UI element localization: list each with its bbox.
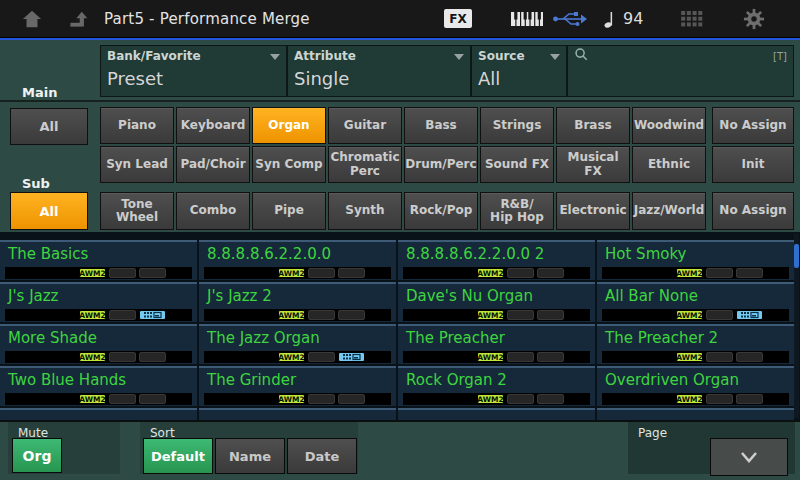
grid-menu-icon[interactable]	[676, 0, 708, 37]
empty-badge-slot	[736, 352, 763, 362]
category-brass[interactable]: Brass	[556, 107, 630, 144]
usb-icon	[550, 0, 590, 37]
category-jazz-world[interactable]: Jazz/World	[632, 192, 706, 230]
category-bass[interactable]: Bass	[404, 107, 478, 144]
awm2-badge: AWM2	[79, 268, 106, 278]
category-woodwind[interactable]: Woodwind	[632, 107, 706, 144]
list-item[interactable]: 8.8.8.8.6.2.2.0.0 2AWM2	[398, 240, 595, 280]
category-keyboard[interactable]: Keyboard	[176, 107, 250, 144]
list-item[interactable]: Two Blue HandsAWM2	[0, 366, 197, 406]
sss-badge	[139, 310, 166, 320]
category-pipe[interactable]: Pipe	[252, 192, 326, 230]
mute-org-button[interactable]: Org	[12, 438, 62, 473]
category-pad-choir[interactable]: Pad/Choir	[176, 146, 250, 183]
chevron-down-icon	[454, 54, 464, 60]
category-syn-comp[interactable]: Syn Comp	[252, 146, 326, 183]
empty-badge-slot	[109, 352, 136, 362]
empty-badge-slot	[507, 268, 534, 278]
category-no-assign[interactable]: No Assign	[712, 192, 794, 230]
badge-bar: AWM2	[602, 393, 789, 405]
up-level-icon[interactable]	[62, 0, 94, 37]
main-category-row-1: PianoKeyboardOrganGuitarBassStringsBrass…	[100, 107, 794, 144]
sub-category-row: Tone WheelComboPipeSynthRock/PopR&B/ Hip…	[100, 192, 794, 230]
list-item[interactable]: Hot SmokyAWM2	[597, 240, 794, 280]
list-item[interactable]: The GrinderAWM2	[199, 366, 396, 406]
main-category-label: Main	[22, 85, 57, 100]
category-organ[interactable]: Organ	[252, 107, 326, 144]
category-no-assign[interactable]: No Assign	[712, 107, 794, 144]
keyboard-icon[interactable]	[508, 0, 546, 37]
list-item-partial[interactable]	[0, 408, 197, 420]
sort-date-button[interactable]: Date	[287, 438, 357, 474]
filter-bar: Main Bank/Favorite Preset Attribute Sing…	[0, 40, 800, 100]
category-drum-perc[interactable]: Drum/Perc	[404, 146, 478, 183]
awm2-badge: AWM2	[676, 352, 703, 362]
attribute-dropdown[interactable]: Attribute Single	[287, 45, 471, 97]
empty-badge-slot	[338, 310, 365, 320]
list-item[interactable]: All Bar NoneAWM2	[597, 282, 794, 322]
badge-bar: AWM2	[602, 309, 789, 321]
category-sound-fx[interactable]: Sound FX	[480, 146, 554, 183]
list-item[interactable]: J's JazzAWM2	[0, 282, 197, 322]
category-chromatic-perc[interactable]: Chromatic Perc	[328, 146, 402, 183]
main-category-row-2: Syn LeadPad/ChoirSyn CompChromatic PercD…	[100, 146, 794, 183]
list-item[interactable]: 8.8.8.8.6.2.2.0.0AWM2	[199, 240, 396, 280]
main-all-button[interactable]: All	[10, 108, 88, 145]
category-guitar[interactable]: Guitar	[328, 107, 402, 144]
empty-badge-slot	[338, 394, 365, 404]
chevron-down-icon	[270, 54, 280, 60]
list-item[interactable]: The Preacher 2AWM2	[597, 324, 794, 364]
search-input[interactable]: [T]	[567, 45, 794, 97]
page-down-button[interactable]	[710, 438, 788, 476]
bank-favorite-dropdown[interactable]: Bank/Favorite Preset	[100, 45, 287, 97]
list-item[interactable]: Overdriven OrganAWM2	[597, 366, 794, 406]
screen: Part5 - Performance Merge FX	[0, 0, 800, 480]
category-piano[interactable]: Piano	[100, 107, 174, 144]
list-item[interactable]: Dave's Nu OrganAWM2	[398, 282, 595, 322]
category-strings[interactable]: Strings	[480, 107, 554, 144]
list-item[interactable]: The Jazz OrganAWM2	[199, 324, 396, 364]
badge-bar: AWM2	[403, 267, 590, 279]
list-item[interactable]: J's Jazz 2AWM2	[199, 282, 396, 322]
badge-bar: AWM2	[5, 267, 192, 279]
category-synth[interactable]: Synth	[328, 192, 402, 230]
list-item[interactable]: The PreacherAWM2	[398, 324, 595, 364]
performance-name: More Shade	[0, 326, 197, 347]
list-item-partial[interactable]	[199, 408, 396, 420]
sort-panel: Sort DefaultNameDate	[140, 422, 358, 474]
awm2-badge: AWM2	[278, 310, 305, 320]
sort-name-button[interactable]: Name	[215, 438, 285, 474]
list-item-partial[interactable]	[597, 408, 794, 420]
gear-icon[interactable]	[738, 0, 770, 37]
empty-badge-slot	[537, 310, 564, 320]
list-item[interactable]: The BasicsAWM2	[0, 240, 197, 280]
list-item[interactable]: More ShadeAWM2	[0, 324, 197, 364]
category-init[interactable]: Init	[712, 146, 794, 183]
sub-all-button[interactable]: All	[10, 192, 88, 230]
fx-button[interactable]: FX	[444, 9, 472, 28]
empty-badge-slot	[338, 268, 365, 278]
performance-name: J's Jazz 2	[199, 284, 396, 305]
category-r-b-hip-hop[interactable]: R&B/ Hip Hop	[480, 192, 554, 230]
home-icon[interactable]	[16, 0, 48, 37]
performance-name: All Bar None	[597, 284, 794, 305]
sss-badge	[736, 310, 763, 320]
category-electronic[interactable]: Electronic	[556, 192, 630, 230]
source-dropdown[interactable]: Source All	[471, 45, 567, 97]
list-item[interactable]: Rock Organ 2AWM2	[398, 366, 595, 406]
category-musical-fx[interactable]: Musical FX	[556, 146, 630, 183]
category-ethnic[interactable]: Ethnic	[632, 146, 706, 183]
performance-name: 8.8.8.8.6.2.2.0.0 2	[398, 242, 595, 263]
empty-badge-slot	[706, 310, 733, 320]
category-combo[interactable]: Combo	[176, 192, 250, 230]
list-item-partial[interactable]	[398, 408, 595, 420]
awm2-badge: AWM2	[79, 394, 106, 404]
sort-default-button[interactable]: Default	[143, 438, 213, 474]
tempo-display[interactable]: 94	[604, 0, 643, 37]
category-tone-wheel[interactable]: Tone Wheel	[100, 192, 174, 230]
bank-favorite-value: Preset	[101, 64, 286, 89]
scrollbar-thumb[interactable]	[794, 244, 799, 268]
category-rock-pop[interactable]: Rock/Pop	[404, 192, 478, 230]
category-syn-lead[interactable]: Syn Lead	[100, 146, 174, 183]
empty-badge-slot	[537, 268, 564, 278]
